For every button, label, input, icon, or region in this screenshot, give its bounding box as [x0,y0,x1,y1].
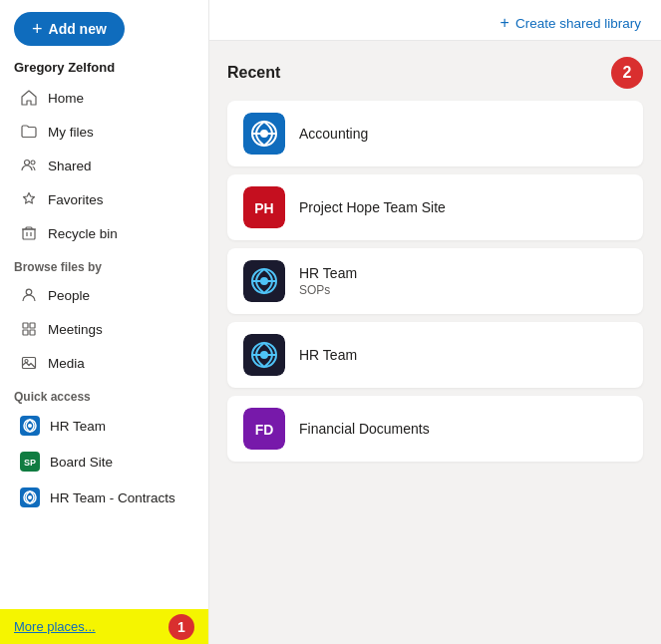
trash-icon [20,224,38,242]
sidebar-label-hr-team-contracts: HR Team - Contracts [50,490,175,505]
browse-files-header: Browse files by [0,250,208,278]
sidebar-label-hr-team: HR Team [50,419,106,434]
financial-docs-icon: FD [243,408,285,450]
sidebar-item-hr-team[interactable]: HR Team [6,409,202,443]
main-content: + Create shared library Recent 2 [209,0,661,644]
hr-team-sops-icon [243,260,285,302]
sidebar-item-recycle-bin[interactable]: Recycle bin [6,217,202,249]
more-places-badge: 1 [168,614,194,640]
svg-text:SP: SP [24,458,36,468]
recent-section: Recent 2 Accounting [209,41,661,644]
project-hope-icon: PH [243,186,285,228]
hr-team-sops-name: HR Team [299,265,357,281]
svg-point-0 [25,161,30,165]
hr-team-file-icon [243,334,285,376]
plus-icon: + [32,20,43,38]
recent-title: Recent [227,64,280,82]
plus-icon-header: + [500,14,509,32]
sidebar-item-shared[interactable]: Shared [6,150,202,181]
svg-rect-7 [23,323,28,328]
file-card-hr-team[interactable]: HR Team [227,322,643,388]
hr-team-contracts-icon [20,487,40,507]
svg-rect-10 [30,330,35,335]
people-shared-icon [20,157,38,174]
quick-access-header: Quick access [0,380,208,408]
hr-team-sops-info: HR Team SOPs [299,265,357,297]
file-card-project-hope[interactable]: PH Project Hope Team Site [227,174,643,240]
file-card-financial-docs[interactable]: FD Financial Documents [227,396,643,462]
recent-badge: 2 [611,57,643,89]
sidebar-item-people[interactable]: People [6,279,202,311]
sidebar-label-media: Media [48,356,85,371]
user-name: Gregory Zelfond [0,56,208,81]
more-places-link[interactable]: More places... [14,619,96,634]
project-hope-name: Project Hope Team Site [299,199,446,215]
hr-team-file-info: HR Team [299,347,357,363]
sidebar-item-favorites[interactable]: Favorites [6,183,202,215]
svg-point-20 [28,495,32,499]
svg-point-15 [28,424,32,428]
svg-point-6 [26,289,32,295]
sidebar-label-favorites: Favorites [48,192,104,207]
svg-rect-2 [23,229,35,239]
hr-team-sops-sub: SOPs [299,283,357,297]
svg-point-1 [31,161,35,164]
main-header: + Create shared library [209,0,661,41]
sidebar-item-board-site[interactable]: SP Board Site [6,445,202,479]
sidebar-label-board-site: Board Site [50,455,113,470]
sidebar-label-meetings: Meetings [48,322,103,337]
project-hope-info: Project Hope Team Site [299,199,446,215]
recent-header: Recent 2 [227,57,643,89]
board-site-icon: SP [20,452,40,472]
svg-point-12 [25,360,28,363]
accounting-icon [243,113,285,155]
sidebar-label-shared: Shared [48,159,92,173]
create-shared-library-button[interactable]: + Create shared library [500,14,641,32]
financial-docs-info: Financial Documents [299,421,430,437]
more-places-bar[interactable]: More places... 1 [0,609,208,644]
sidebar-item-media[interactable]: Media [6,347,202,379]
sidebar-label-recycle-bin: Recycle bin [48,226,118,241]
sidebar-label-my-files: My files [48,125,94,140]
grid-icon [20,320,38,338]
hr-team-file-name: HR Team [299,347,357,363]
add-new-label: Add new [49,21,107,37]
financial-docs-name: Financial Documents [299,421,430,437]
sidebar-item-hr-team-contracts[interactable]: HR Team - Contracts [6,481,202,514]
sidebar-item-home[interactable]: Home [6,82,202,114]
image-icon [20,354,38,372]
svg-rect-8 [30,323,35,328]
sidebar-item-my-files[interactable]: My files [6,116,202,148]
folder-icon [20,123,38,141]
file-card-accounting[interactable]: Accounting [227,101,643,166]
svg-text:PH: PH [254,200,273,216]
svg-rect-9 [23,330,28,335]
sidebar-label-home: Home [48,91,84,106]
accounting-info: Accounting [299,126,368,142]
sidebar-label-people: People [48,288,90,303]
svg-text:FD: FD [255,422,274,438]
create-shared-label: Create shared library [515,16,641,31]
file-card-hr-team-sops[interactable]: HR Team SOPs [227,248,643,314]
add-new-button[interactable]: + Add new [14,12,125,46]
home-icon [20,89,38,107]
accounting-name: Accounting [299,126,368,142]
sidebar: + Add new Gregory Zelfond Home My files [0,0,209,644]
person-icon [20,286,38,304]
hr-team-icon [20,416,40,436]
star-icon [20,190,38,208]
sidebar-item-meetings[interactable]: Meetings [6,313,202,345]
